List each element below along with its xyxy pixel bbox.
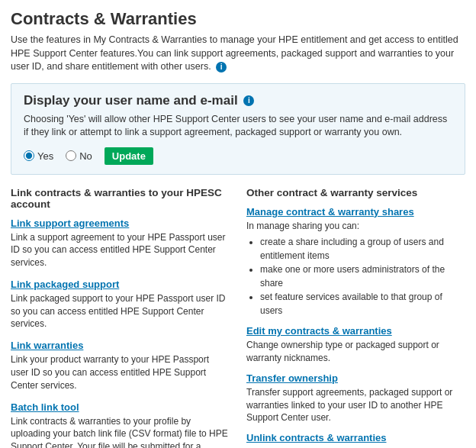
page-description: Use the features in My Contracts & Warra… <box>11 34 465 74</box>
left-column-heading: Link contracts & warranties to your HPES… <box>11 187 228 210</box>
link-packaged-support: Link packaged support Link packaged supp… <box>11 279 228 330</box>
list-item: make one or more users administrators of… <box>260 263 465 290</box>
unlink-contracts-section: Unlink contracts & warranties Remove the… <box>246 432 465 448</box>
list-item: create a share including a group of user… <box>260 235 465 263</box>
manage-shares-section: Manage contract & warranty shares In man… <box>246 206 465 318</box>
radio-yes-text: Yes <box>37 150 53 162</box>
link-packaged-support-desc: Link packaged support to your HPE Passpo… <box>11 292 228 330</box>
unlink-contracts-link[interactable]: Unlink contracts & warranties <box>246 432 465 443</box>
link-warranties-desc: Link your product warranty to your HPE P… <box>11 353 228 392</box>
list-item: set feature services available to that g… <box>260 290 465 317</box>
edit-contracts-link[interactable]: Edit my contracts & warranties <box>246 325 465 337</box>
link-warranties: Link warranties Link your product warran… <box>11 340 228 392</box>
username-box-title: Display your user name and e-mail i <box>24 93 452 108</box>
right-column: Other contract & warranty services Manag… <box>246 187 465 449</box>
manage-shares-list: create a share including a group of user… <box>260 235 465 317</box>
username-box-desc: Choosing 'Yes' will allow other HPE Supp… <box>24 113 452 140</box>
edit-contracts-section: Edit my contracts & warranties Change ow… <box>246 325 465 365</box>
batch-link-tool-desc: Link contracts & warranties to your prof… <box>11 415 228 448</box>
left-column: Link contracts & warranties to your HPES… <box>11 187 228 449</box>
info-icon: i <box>216 62 227 73</box>
right-column-heading: Other contract & warranty services <box>246 187 465 198</box>
transfer-ownership-link[interactable]: Transfer ownership <box>246 372 465 384</box>
radio-no[interactable] <box>66 150 76 161</box>
link-support-agreements-desc: Link a support agreement to your HPE Pas… <box>11 231 228 269</box>
radio-no-label[interactable]: No <box>66 150 92 162</box>
batch-link-tool-link[interactable]: Batch link tool <box>11 401 228 413</box>
radio-yes-label[interactable]: Yes <box>24 150 53 162</box>
username-box: Display your user name and e-mail i Choo… <box>11 83 465 175</box>
username-info-icon: i <box>243 95 254 106</box>
link-packaged-support-link[interactable]: Link packaged support <box>11 279 228 290</box>
radio-yes[interactable] <box>24 150 34 161</box>
manage-shares-desc: In manage sharing you can: <box>246 220 465 233</box>
transfer-ownership-desc: Transfer support agreements, packaged su… <box>246 386 465 424</box>
edit-contracts-desc: Change ownership type or packaged suppor… <box>246 339 465 365</box>
radio-row: Yes No Update <box>24 147 452 165</box>
page-title: Contracts & Warranties <box>11 9 465 29</box>
update-button[interactable]: Update <box>105 147 153 165</box>
manage-shares-link[interactable]: Manage contract & warranty shares <box>246 206 465 218</box>
transfer-ownership-section: Transfer ownership Transfer support agre… <box>246 372 465 424</box>
two-col-layout: Link contracts & warranties to your HPES… <box>11 187 465 449</box>
radio-no-text: No <box>79 150 92 162</box>
link-support-agreements: Link support agreements Link a support a… <box>11 218 228 269</box>
link-warranties-link[interactable]: Link warranties <box>11 340 228 351</box>
batch-link-tool: Batch link tool Link contracts & warrant… <box>11 401 228 448</box>
link-support-agreements-link[interactable]: Link support agreements <box>11 218 228 229</box>
